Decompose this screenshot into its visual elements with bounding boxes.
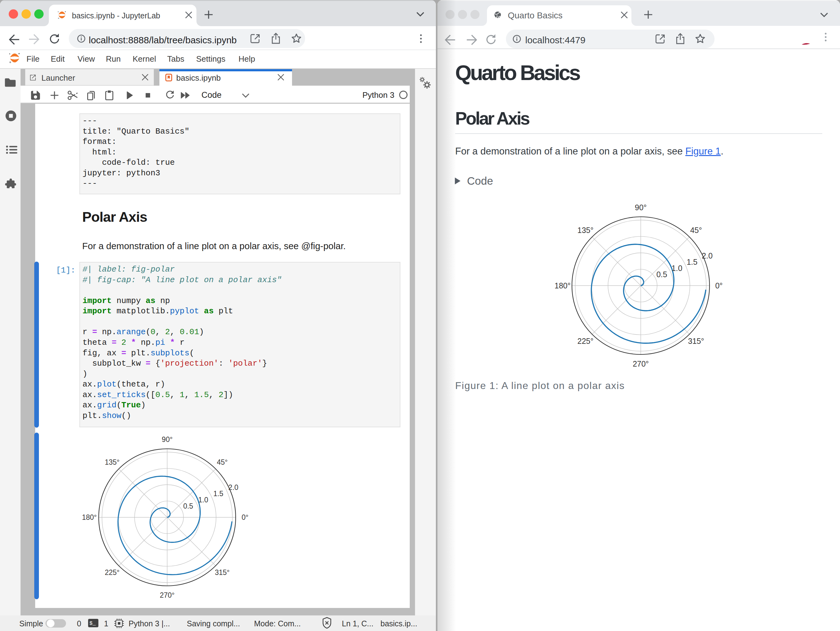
svg-text:135°: 135° [578, 226, 594, 234]
svg-text:2.0: 2.0 [702, 251, 713, 260]
svg-text:45°: 45° [690, 226, 702, 234]
svg-text:315°: 315° [215, 568, 230, 577]
svg-text:0.5: 0.5 [656, 270, 667, 279]
svg-text:0°: 0° [242, 513, 248, 521]
svg-text:1.5: 1.5 [687, 258, 698, 266]
svg-text:1.5: 1.5 [213, 490, 223, 498]
svg-text:45°: 45° [217, 458, 227, 466]
svg-text:225°: 225° [578, 337, 594, 345]
svg-text:1.0: 1.0 [671, 264, 682, 272]
svg-text:2.0: 2.0 [229, 483, 238, 492]
svg-text:180°: 180° [554, 281, 571, 290]
svg-text:1.0: 1.0 [198, 496, 208, 504]
svg-text:90°: 90° [635, 203, 647, 212]
svg-text:270°: 270° [633, 359, 649, 368]
svg-text:315°: 315° [688, 337, 704, 345]
svg-text:0°: 0° [715, 281, 723, 290]
svg-text:135°: 135° [104, 458, 120, 466]
svg-text:270°: 270° [160, 591, 175, 599]
svg-text:225°: 225° [104, 568, 120, 577]
svg-text:90°: 90° [162, 435, 173, 443]
svg-text:180°: 180° [82, 513, 97, 521]
svg-text:0.5: 0.5 [183, 502, 193, 510]
